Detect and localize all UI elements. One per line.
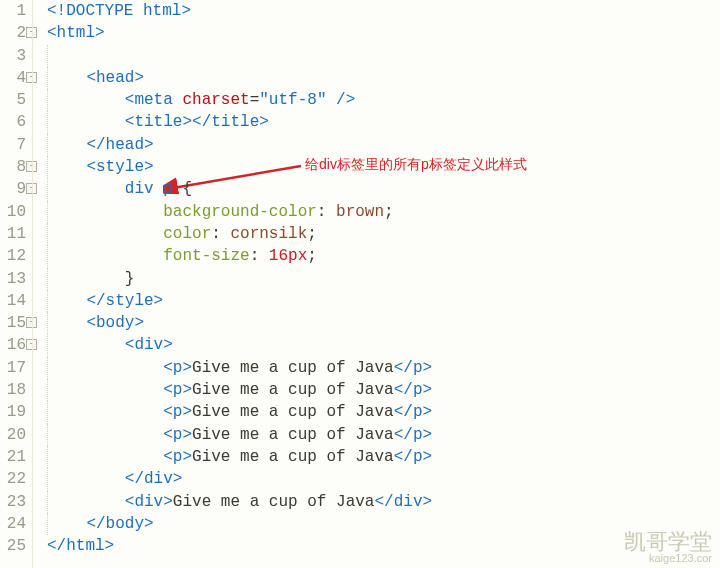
line-number: 6 [0,111,26,133]
line-number: 9- [0,178,26,200]
line-number: 14 [0,290,26,312]
line-number: 15- [0,312,26,334]
line-number: 12 [0,245,26,267]
code-line: color: cornsilk; [47,223,720,245]
code-line: <meta charset="utf-8" /> [47,89,720,111]
line-number: 2- [0,22,26,44]
code-line: <p>Give me a cup of Java</p> [47,424,720,446]
line-number: 20 [0,424,26,446]
code-line [47,45,720,67]
line-number: 10 [0,201,26,223]
code-line: <p>Give me a cup of Java</p> [47,446,720,468]
code-line: </style> [47,290,720,312]
line-number: 23 [0,491,26,513]
line-number: 5 [0,89,26,111]
line-number: 16- [0,334,26,356]
code-line: <p>Give me a cup of Java</p> [47,379,720,401]
code-line: <style> [47,156,720,178]
code-line: background-color: brown; [47,201,720,223]
code-line: <head> [47,67,720,89]
code-line: font-size: 16px; [47,245,720,267]
line-number: 17 [0,357,26,379]
line-number: 8- [0,156,26,178]
line-number: 24 [0,513,26,535]
line-number: 3 [0,45,26,67]
line-number: 18 [0,379,26,401]
code-line: </head> [47,134,720,156]
line-number: 7 [0,134,26,156]
line-number: 21 [0,446,26,468]
code-line: div p { [47,178,720,200]
line-number: 13 [0,268,26,290]
line-number: 11 [0,223,26,245]
code-line: <title></title> [47,111,720,133]
code-line: </body> [47,513,720,535]
line-number: 4- [0,67,26,89]
line-number: 22 [0,468,26,490]
line-number-gutter: 12-34-5678-9-101112131415-16-17181920212… [0,0,32,568]
line-number: 1 [0,0,26,22]
code-area: 给div标签里的所有p标签定义此样式 <!DOCTYPE html><html>… [32,0,720,568]
code-line: <body> [47,312,720,334]
code-line: <p>Give me a cup of Java</p> [47,357,720,379]
code-line: } [47,268,720,290]
code-line: </html> [47,535,720,557]
code-line: <p>Give me a cup of Java</p> [47,401,720,423]
code-line: </div> [47,468,720,490]
line-number: 25 [0,535,26,557]
code-line: <!DOCTYPE html> [47,0,720,22]
code-line: <div>Give me a cup of Java</div> [47,491,720,513]
code-line: <html> [47,22,720,44]
code-editor: 12-34-5678-9-101112131415-16-17181920212… [0,0,720,568]
code-line: <div> [47,334,720,356]
line-number: 19 [0,401,26,423]
